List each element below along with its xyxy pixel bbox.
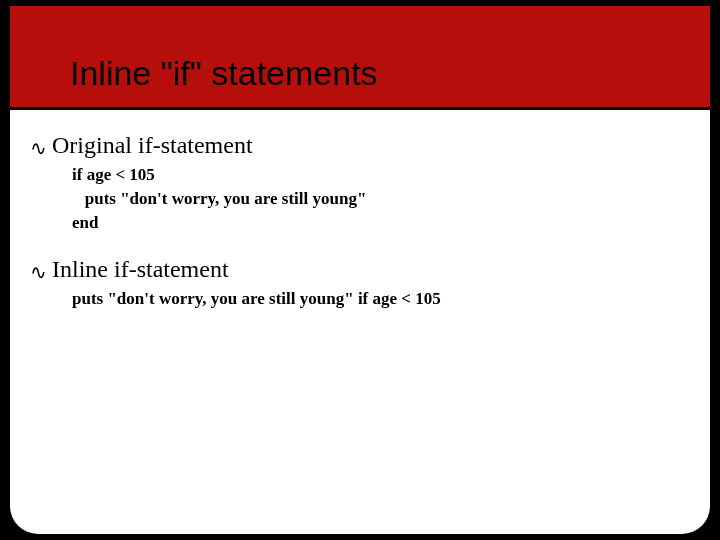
title-band: Inline "if" statements [10, 6, 710, 110]
code-block: if age < 105 puts "don't worry, you are … [72, 163, 690, 234]
slide-title: Inline "if" statements [70, 54, 378, 93]
bullet-icon: ∿ [30, 138, 52, 158]
section-heading: Original if-statement [52, 132, 253, 159]
code-block: puts "don't worry, you are still young" … [72, 287, 690, 311]
bullet-item: ∿ Original if-statement [30, 132, 690, 159]
section-heading: Inline if-statement [52, 256, 229, 283]
slide-body: ∿ Original if-statement if age < 105 put… [30, 126, 690, 329]
slide: Inline "if" statements ∿ Original if-sta… [10, 6, 710, 534]
bullet-icon: ∿ [30, 262, 52, 282]
bullet-item: ∿ Inline if-statement [30, 256, 690, 283]
